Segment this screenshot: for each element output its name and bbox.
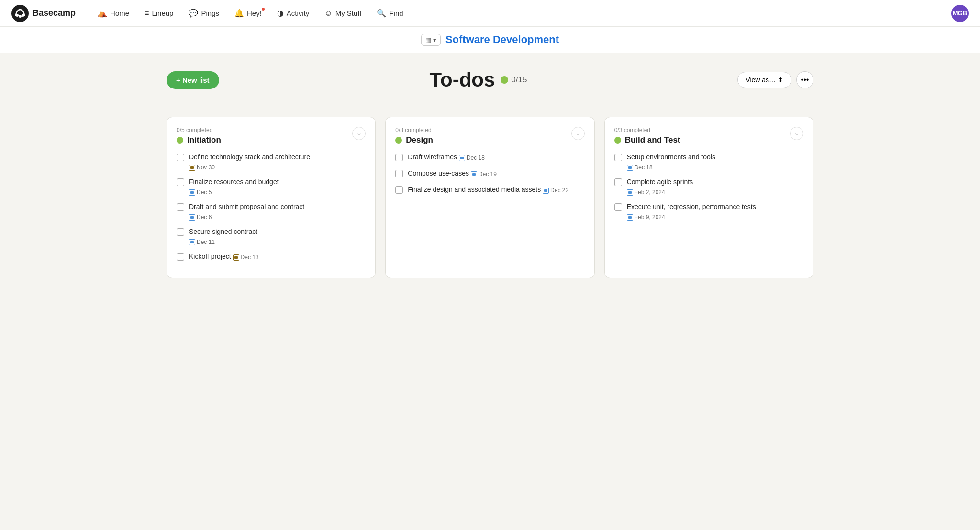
todo-date: Dec 5	[189, 189, 212, 196]
list-item: Draft wireframes Dec 18	[395, 153, 584, 162]
todo-text: Execute unit, regression, performance te…	[627, 202, 803, 212]
grid-chevron: ▾	[433, 36, 436, 44]
hey-notification-badge	[261, 7, 266, 11]
nav-activity[interactable]: ◑ Activity	[270, 6, 316, 21]
date-value: Dec 19	[479, 170, 497, 178]
nav-lineup[interactable]: ≡ Lineup	[138, 6, 180, 21]
calendar-icon	[459, 155, 465, 161]
list-card-design: 0/3 completed Design ○ Draft wireframes …	[385, 117, 594, 278]
main-content: + New list To-dos 0/15 View as… ⬍ ••• 0/…	[155, 53, 825, 298]
card-status-dot	[395, 137, 402, 144]
todo-checkbox[interactable]	[177, 154, 184, 161]
date-value: Dec 18	[635, 164, 653, 171]
todo-text: Complete agile sprints	[627, 177, 803, 187]
top-navigation: Basecamp ⛺ Home ≡ Lineup 💬 Pings 🔔 Hey! …	[0, 0, 980, 27]
todo-checkbox[interactable]	[177, 228, 184, 236]
list-item: Secure signed contract Dec 11	[177, 227, 366, 245]
user-avatar[interactable]: MGB	[951, 5, 969, 22]
todos-title: To-dos	[429, 68, 495, 91]
todo-checkbox[interactable]	[177, 253, 184, 261]
list-item: Kickoff project Dec 13	[177, 252, 366, 262]
date-value: Dec 22	[550, 187, 568, 195]
card-header: 0/5 completed Initiation ○	[177, 127, 366, 145]
todo-checkbox[interactable]	[395, 186, 403, 194]
svg-point-3	[19, 15, 22, 18]
brand-logo[interactable]: Basecamp	[11, 5, 76, 22]
todo-text: Define technology stack and architecture	[189, 153, 366, 162]
card-title: Build and Test	[625, 135, 680, 145]
activity-icon: ◑	[277, 9, 284, 18]
card-menu-button[interactable]: ○	[352, 127, 366, 140]
todo-text: Finalize resources and budget	[189, 177, 366, 187]
todo-text: Compose use-cases Dec 19	[408, 169, 584, 178]
todo-date: Feb 2, 2024	[627, 189, 665, 196]
todo-text: Kickoff project Dec 13	[189, 252, 366, 262]
calendar-icon	[189, 165, 195, 171]
todo-checkbox[interactable]	[614, 203, 622, 211]
date-value: Dec 11	[197, 239, 215, 245]
card-header: 0/3 completed Design ○	[395, 127, 584, 145]
todo-date: Dec 13	[233, 254, 259, 262]
mystuff-icon: ☺	[324, 9, 332, 18]
todo-checkbox[interactable]	[177, 178, 184, 186]
date-value: Dec 18	[467, 154, 485, 162]
todo-text: Setup environments and tools	[627, 153, 803, 162]
svg-point-0	[11, 5, 29, 22]
find-icon: 🔍	[377, 9, 386, 18]
todos-header: + New list To-dos 0/15 View as… ⬍ •••	[167, 53, 813, 101]
calendar-icon	[189, 214, 195, 221]
grid-toggle-btn[interactable]: ▦ ▾	[421, 34, 441, 46]
list-item: Complete agile sprints Feb 2, 2024	[614, 177, 803, 196]
todo-date: Feb 9, 2024	[627, 214, 665, 221]
list-card-initiation: 0/5 completed Initiation ○ Define techno…	[167, 117, 376, 278]
card-title: Design	[406, 135, 433, 145]
todo-text: Secure signed contract	[189, 227, 366, 237]
progress-dot	[501, 76, 508, 84]
list-item: Compose use-cases Dec 19	[395, 169, 584, 178]
todo-checkbox[interactable]	[395, 170, 403, 177]
card-completed-count: 0/3 completed	[614, 127, 680, 133]
todo-date: Dec 19	[471, 170, 497, 178]
svg-point-1	[16, 14, 19, 17]
todo-text: Draft wireframes Dec 18	[408, 153, 584, 162]
grid-icon: ▦	[425, 36, 431, 44]
card-status-dot	[177, 137, 183, 144]
list-item: Setup environments and tools Dec 18	[614, 153, 803, 171]
calendar-icon	[627, 214, 633, 221]
list-item: Draft and submit proposal and contract D…	[177, 202, 366, 221]
card-menu-button[interactable]: ○	[571, 127, 585, 140]
todo-date: Nov 30	[189, 164, 215, 171]
list-item: Execute unit, regression, performance te…	[614, 202, 803, 221]
progress-count: 0/15	[511, 75, 527, 85]
todo-date: Dec 6	[189, 214, 212, 221]
todos-progress-badge: 0/15	[501, 75, 527, 85]
todo-checkbox[interactable]	[395, 154, 403, 161]
view-as-button[interactable]: View as… ⬍	[737, 72, 791, 88]
nav-pings[interactable]: 💬 Pings	[182, 6, 226, 21]
list-item: Finalize design and associated media ass…	[395, 185, 584, 195]
nav-hey[interactable]: 🔔 Hey!	[228, 6, 268, 21]
todos-actions: View as… ⬍ •••	[737, 71, 813, 88]
calendar-icon	[627, 189, 633, 196]
more-options-button[interactable]: •••	[796, 71, 813, 88]
nav-home[interactable]: ⛺ Home	[91, 6, 136, 21]
todo-checkbox[interactable]	[614, 154, 622, 161]
list-item: Finalize resources and budget Dec 5	[177, 177, 366, 196]
nav-mystuff[interactable]: ☺ My Stuff	[318, 6, 368, 21]
calendar-icon	[233, 254, 239, 261]
todo-date: Dec 11	[189, 239, 215, 245]
todos-title-group: To-dos 0/15	[429, 68, 527, 91]
card-menu-button[interactable]: ○	[790, 127, 803, 140]
date-value: Dec 5	[197, 189, 212, 196]
todo-lists: 0/5 completed Initiation ○ Define techno…	[167, 117, 813, 298]
todo-date: Dec 18	[459, 154, 485, 162]
nav-find[interactable]: 🔍 Find	[370, 6, 410, 21]
project-title[interactable]: Software Development	[445, 33, 559, 46]
todo-checkbox[interactable]	[614, 178, 622, 186]
new-list-button[interactable]: + New list	[167, 71, 219, 89]
calendar-icon	[543, 188, 549, 194]
todo-checkbox[interactable]	[177, 203, 184, 211]
calendar-icon	[627, 165, 633, 171]
nav-items: ⛺ Home ≡ Lineup 💬 Pings 🔔 Hey! ◑ Activit…	[91, 6, 951, 21]
pings-icon: 💬	[189, 9, 198, 18]
